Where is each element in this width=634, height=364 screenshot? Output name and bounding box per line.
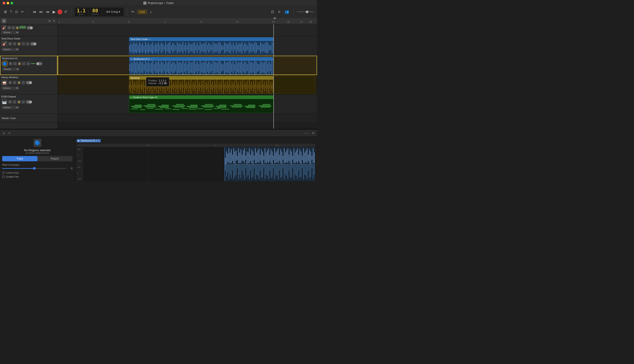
tamb-volume-select[interactable]: Volume	[2, 68, 19, 71]
svg-rect-173	[206, 61, 206, 74]
svg-rect-276	[190, 84, 190, 89]
track-0-btn3[interactable]: 🔒	[16, 26, 19, 30]
play-button[interactable]: ▶	[51, 8, 57, 15]
mixer-button[interactable]: ≡	[277, 9, 282, 15]
pencil-tool-button[interactable]: ✏	[130, 9, 136, 15]
browsers-button[interactable]: 👥	[283, 9, 290, 15]
enable-flex-checkbox[interactable]	[2, 176, 5, 178]
evb3-volume-select[interactable]: Volume	[1, 106, 19, 109]
tamb-btn3[interactable]: 🔒	[18, 62, 21, 65]
region-strat-header: Strat Disco Guitar ∞	[129, 38, 273, 41]
track-0-toggle[interactable]	[27, 26, 33, 30]
strat-btn1[interactable]: ⊟	[8, 42, 12, 46]
heavy-toggle[interactable]	[26, 81, 32, 84]
loop-button[interactable]: ↺	[63, 9, 68, 15]
sc-flex-btn[interactable]: ≋	[8, 131, 12, 135]
smartcontrols-button[interactable]: ⊙	[14, 9, 19, 15]
region-strat[interactable]: Strat Disco Guitar ∞	[129, 37, 274, 55]
scissors-button[interactable]: ✂	[20, 9, 25, 15]
record-button[interactable]	[58, 10, 62, 14]
view-toggle-button[interactable]: ⊟	[48, 19, 51, 22]
svg-rect-364	[174, 106, 184, 108]
svg-rect-319	[236, 80, 237, 93]
svg-rect-356	[134, 105, 142, 106]
svg-rect-197	[240, 62, 240, 73]
region-evb3[interactable]: ◇ Southern Rock Organ 01	[129, 95, 274, 113]
svg-rect-97	[269, 45, 270, 50]
svg-rect-302	[218, 86, 218, 88]
svg-rect-179	[214, 62, 215, 73]
svg-rect-468	[312, 156, 312, 160]
svg-rect-505	[266, 164, 266, 175]
time-sig-button[interactable]: 4/4 Cmaj ▾	[105, 10, 122, 14]
tamb-toggle[interactable]	[36, 62, 42, 65]
svg-rect-533	[300, 164, 300, 178]
sc-toggle-btn[interactable]: ⊟	[2, 131, 6, 135]
strat-volume-select[interactable]: Volume	[1, 48, 19, 51]
tamb-btn5[interactable]: ⊿	[26, 62, 30, 65]
minimize-button[interactable]	[6, 2, 9, 4]
svg-rect-404	[235, 152, 235, 164]
tamb-btn2[interactable]: 🎧	[13, 62, 17, 65]
track-0-volume-row: Volume	[1, 31, 56, 34]
strat-toggle[interactable]	[30, 42, 36, 46]
fastforward-button[interactable]: ⏭	[38, 9, 44, 15]
svg-rect-327	[245, 82, 245, 91]
strat-btn3[interactable]: 🔒	[17, 42, 21, 46]
library-button[interactable]: ⊞	[3, 9, 8, 15]
window-controls[interactable]	[3, 2, 13, 4]
count-in-button[interactable]: 1234	[137, 10, 146, 14]
track-0-btn2[interactable]: 🎧	[12, 26, 15, 30]
svg-rect-95	[266, 42, 266, 54]
editor-button[interactable]: ⊡	[270, 9, 275, 15]
svg-rect-498	[258, 164, 258, 176]
maximize-button[interactable]	[10, 2, 13, 4]
region-drummer-label: Drummer	[130, 77, 140, 79]
evb3-btn2[interactable]: 🎧	[13, 100, 16, 104]
tamb-btn1[interactable]: ⊟	[9, 62, 12, 65]
tab-region[interactable]: Region	[38, 156, 73, 161]
evb3-btn4[interactable]: ⊿	[22, 100, 25, 104]
svg-rect-458	[300, 150, 300, 163]
track-0-volume-select[interactable]: Volume	[1, 31, 19, 34]
pitch-slider[interactable]	[2, 168, 66, 169]
toolbar-sep-4	[294, 8, 294, 15]
metronome-button[interactable]: ♩	[148, 9, 153, 15]
limit-key-checkbox[interactable]	[2, 172, 5, 174]
evb3-btn1[interactable]: ⊟	[8, 100, 12, 104]
zoom-slider[interactable]	[297, 12, 314, 12]
heavy-volume-select[interactable]: Volume	[1, 86, 19, 90]
tamb-btn4[interactable]: ↓	[22, 62, 26, 65]
svg-rect-272	[185, 84, 186, 89]
strat-btn2[interactable]: 🎧	[13, 42, 16, 46]
svg-rect-350	[270, 86, 270, 88]
svg-rect-81	[246, 44, 246, 51]
sc-settings-btn[interactable]: ⚙	[311, 131, 315, 135]
svg-rect-465	[308, 155, 309, 161]
heavy-btn1[interactable]: ⊟	[8, 81, 12, 84]
flex-button[interactable]: ≋	[52, 19, 56, 22]
heavy-btn4[interactable]: ⊿	[22, 81, 25, 84]
skipback-button[interactable]: ⏮	[45, 9, 51, 15]
evb3-toggle[interactable]	[26, 100, 32, 104]
svg-rect-296	[211, 84, 212, 89]
evb3-btn3[interactable]: 🔒	[17, 100, 21, 104]
region-tambourine[interactable]: ◇ Tambourine 01.1 ∞	[129, 57, 273, 74]
track-icon-tamb: 🔵	[2, 60, 8, 67]
track-0-btn1[interactable]: ⊟	[8, 26, 11, 30]
rewind-button[interactable]: ⏮	[32, 9, 38, 15]
strat-btn5[interactable]: ⊿	[26, 42, 30, 46]
svg-rect-392	[198, 108, 204, 109]
region-drummer[interactable]: Drummer	[129, 76, 274, 94]
tab-track[interactable]: Track	[2, 156, 38, 161]
heavy-btn3[interactable]: 🔒	[17, 81, 21, 84]
strat-btn4[interactable]: ↓	[22, 42, 25, 46]
close-button[interactable]	[3, 2, 5, 4]
svg-rect-243	[154, 82, 154, 91]
sc-level-btn[interactable]: — —	[303, 131, 310, 135]
heavy-btn2[interactable]: 🎧	[13, 81, 16, 84]
help-button[interactable]: ?	[8, 9, 13, 15]
add-track-button[interactable]: +	[2, 19, 6, 23]
transport-display: 1.1 BAR 80 TEMPO 4/4 Cmaj ▾	[75, 8, 124, 16]
svg-rect-158	[184, 64, 185, 72]
